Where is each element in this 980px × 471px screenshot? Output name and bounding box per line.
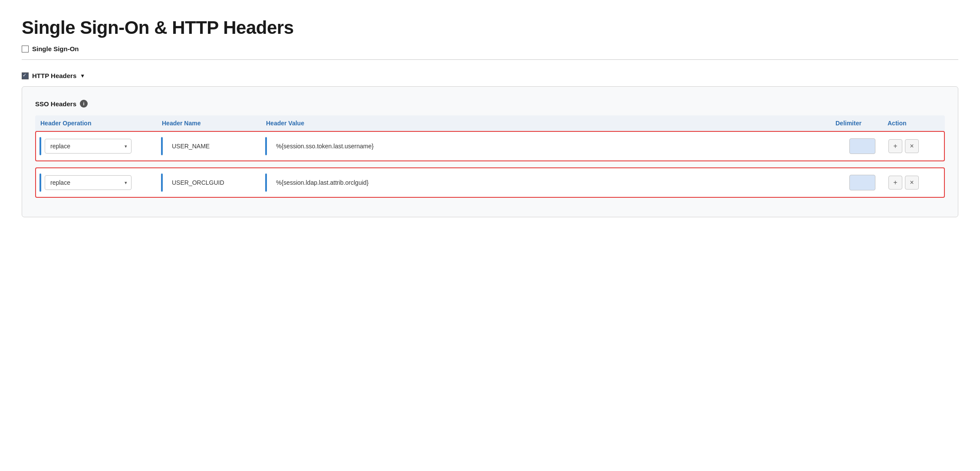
chevron-down-icon: ▼ bbox=[80, 73, 85, 79]
row1-delimiter-cell bbox=[836, 138, 888, 154]
col-header-delimiter: Delimiter bbox=[835, 120, 888, 127]
sso-checkbox[interactable] bbox=[22, 46, 29, 52]
row2-operation-wrapper: replace insert remove ▾ bbox=[45, 175, 132, 190]
headers-panel: SSO Headers i Header Operation Header Na… bbox=[22, 86, 958, 217]
col-header-operation: Header Operation bbox=[40, 120, 162, 127]
row2-name-blue-bar bbox=[161, 173, 163, 192]
row1-value-blue-bar bbox=[265, 137, 267, 155]
page-title: Single Sign-On & HTTP Headers bbox=[22, 17, 958, 38]
row2-blue-bar bbox=[39, 173, 41, 192]
sso-headers-title-row: SSO Headers i bbox=[35, 100, 945, 108]
sso-headers-table: Header Operation Header Name Header Valu… bbox=[35, 115, 945, 198]
table-row: replace insert remove ▾ + × bbox=[35, 167, 945, 198]
row2-name-input[interactable] bbox=[166, 175, 265, 190]
divider bbox=[22, 59, 958, 60]
row1-value-input[interactable] bbox=[270, 139, 836, 154]
row2-value-cell bbox=[265, 173, 836, 192]
row2-name-cell bbox=[161, 173, 265, 192]
col-header-name: Header Name bbox=[162, 120, 266, 127]
row2-delimiter-cell bbox=[836, 175, 888, 190]
row1-name-blue-bar bbox=[161, 137, 163, 155]
row2-action-cell: + × bbox=[888, 176, 941, 190]
http-headers-label: HTTP Headers bbox=[32, 72, 76, 79]
row1-remove-button[interactable]: × bbox=[905, 139, 919, 153]
table-header: Header Operation Header Name Header Valu… bbox=[35, 115, 945, 131]
row2-remove-button[interactable]: × bbox=[905, 176, 919, 190]
http-headers-checkbox[interactable] bbox=[22, 72, 29, 79]
row1-action-cell: + × bbox=[888, 139, 941, 153]
row1-operation-wrapper: replace insert remove ▾ bbox=[45, 139, 132, 154]
sso-label: Single Sign-On bbox=[32, 45, 79, 52]
col-header-value: Header Value bbox=[266, 120, 835, 127]
row1-name-input[interactable] bbox=[166, 139, 265, 154]
row2-operation-cell: replace insert remove ▾ bbox=[39, 173, 161, 192]
info-icon[interactable]: i bbox=[80, 100, 88, 108]
http-headers-row: HTTP Headers ▼ bbox=[22, 72, 958, 79]
row1-delimiter-box[interactable] bbox=[849, 138, 875, 154]
row1-operation-cell: replace insert remove ▾ bbox=[39, 137, 161, 155]
row2-delimiter-box[interactable] bbox=[849, 175, 875, 190]
row2-value-blue-bar bbox=[265, 173, 267, 192]
row1-operation-select[interactable]: replace insert remove bbox=[45, 139, 132, 154]
row2-value-input[interactable] bbox=[270, 175, 836, 190]
row1-blue-bar bbox=[39, 137, 41, 155]
col-header-action: Action bbox=[888, 120, 940, 127]
row1-name-cell bbox=[161, 137, 265, 155]
sso-headers-title: SSO Headers bbox=[35, 100, 76, 108]
row2-operation-select[interactable]: replace insert remove bbox=[45, 175, 132, 190]
row1-value-cell bbox=[265, 137, 836, 155]
row1-add-button[interactable]: + bbox=[888, 139, 902, 153]
sso-toggle-row: Single Sign-On bbox=[22, 45, 958, 52]
row2-add-button[interactable]: + bbox=[888, 176, 902, 190]
table-row: replace insert remove ▾ + × bbox=[35, 131, 945, 161]
